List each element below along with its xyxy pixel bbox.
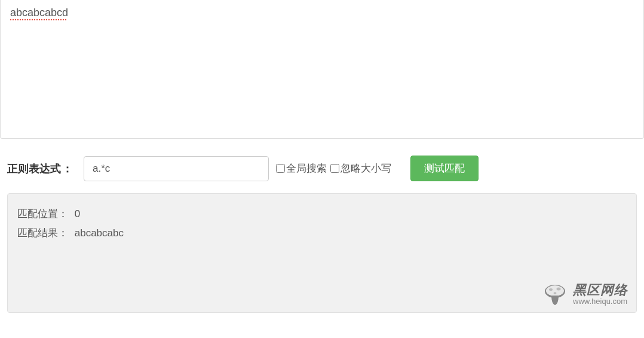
watermark-text: 黑区网络 www.heiqu.com [573, 283, 628, 306]
watermark: 黑区网络 www.heiqu.com [542, 281, 628, 307]
global-search-label: 全局搜索 [286, 162, 327, 175]
ignore-case-label: 忽略大小写 [341, 162, 391, 175]
test-string-input[interactable]: abcabcabcd [0, 0, 644, 139]
checkbox-group: 全局搜索 忽略大小写 [276, 162, 394, 175]
svg-point-1 [546, 285, 564, 296]
watermark-url: www.heiqu.com [573, 297, 628, 306]
match-result-value: abcabcabc [75, 224, 124, 243]
svg-point-3 [557, 288, 561, 291]
match-result-label: 匹配结果： [17, 224, 68, 243]
global-search-option[interactable]: 全局搜索 [276, 162, 327, 175]
watermark-title: 黑区网络 [573, 283, 628, 297]
test-match-button[interactable]: 测试匹配 [410, 156, 479, 181]
result-panel: 匹配位置： 0 匹配结果： abcabcabc 黑区网络 www.heiqu.c… [7, 193, 637, 313]
regex-controls-row: 正则表达式： 全局搜索 忽略大小写 测试匹配 [0, 141, 644, 193]
match-position-value: 0 [75, 205, 80, 224]
regex-label: 正则表达式： [7, 162, 73, 176]
regex-pattern-input[interactable] [84, 156, 269, 181]
match-result-row: 匹配结果： abcabcabc [17, 224, 627, 243]
global-search-checkbox[interactable] [276, 164, 285, 173]
svg-point-2 [549, 288, 553, 291]
ignore-case-checkbox[interactable] [330, 164, 339, 173]
match-position-row: 匹配位置： 0 [17, 205, 627, 224]
match-position-label: 匹配位置： [17, 205, 68, 224]
mushroom-icon [542, 281, 568, 307]
test-string-container: abcabcabcd [0, 0, 644, 141]
ignore-case-option[interactable]: 忽略大小写 [330, 162, 391, 175]
svg-point-4 [554, 292, 557, 294]
